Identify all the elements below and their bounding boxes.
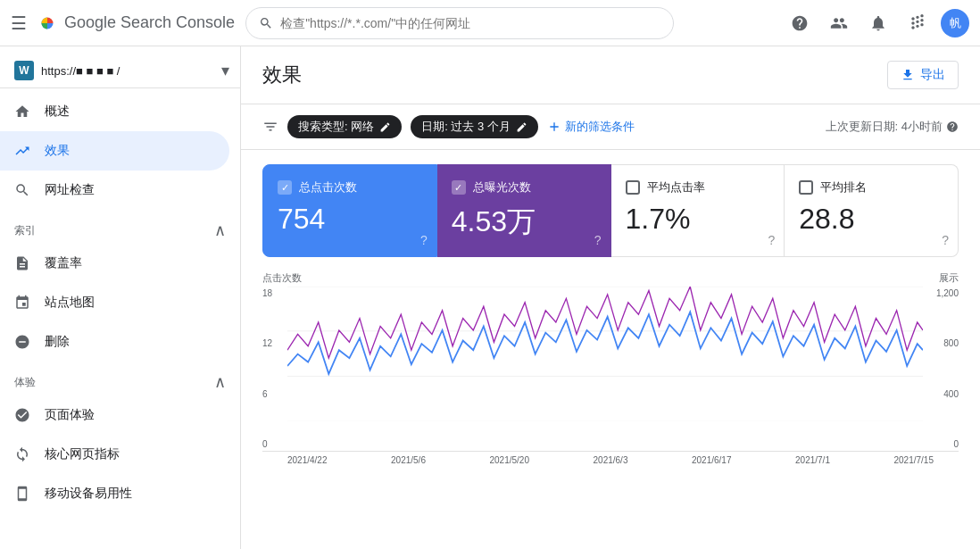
y-right-800: 800	[926, 338, 959, 348]
search-input[interactable]	[280, 16, 660, 30]
app-title: Google Search Console	[64, 13, 235, 32]
position-label: 平均排名	[820, 179, 867, 195]
chart-svg	[287, 287, 923, 421]
accounts-button[interactable]	[823, 7, 855, 39]
sidebar-item-label-core-web-vitals: 核心网页指标	[45, 446, 120, 462]
metric-card-ctr-header: 平均点击率	[626, 179, 770, 195]
help-button[interactable]	[784, 7, 816, 39]
sidebar-item-sitemap[interactable]: 站点地图	[0, 283, 229, 322]
chart-y-right-label: 展示	[939, 271, 959, 285]
avatar[interactable]: 帆	[941, 9, 969, 37]
chart-container: 18 12 6 0 1,200 800 400 0	[262, 287, 959, 452]
y-right-0: 0	[926, 439, 959, 449]
sidebar-item-mobile-usability[interactable]: 移动设备易用性	[0, 474, 229, 513]
metric-card-impressions[interactable]: ✓ 总曝光次数 4.53万 ?	[437, 164, 611, 257]
sidebar-item-overview[interactable]: 概述	[0, 92, 229, 131]
menu-icon[interactable]: ☰	[11, 12, 27, 34]
position-checkbox[interactable]	[799, 180, 813, 195]
page-experience-icon	[14, 407, 30, 423]
metric-card-position[interactable]: 平均排名 28.8 ?	[785, 164, 959, 257]
sidebar-item-label-performance: 效果	[45, 143, 70, 159]
metric-card-clicks[interactable]: ✓ 总点击次数 754 ?	[262, 164, 437, 257]
chevron-down-icon: ▾	[221, 61, 229, 80]
impressions-help-icon[interactable]: ?	[594, 233, 602, 247]
help-icon[interactable]	[946, 121, 959, 133]
collapse-experience-icon[interactable]: ∧	[214, 372, 226, 392]
layout: W https://■ ■ ■ ■ / ▾ 概述 效果 网址检查 索引	[0, 46, 980, 549]
date-chip[interactable]: 日期: 过去 3 个月	[411, 115, 538, 138]
metric-cards: ✓ 总点击次数 754 ? ✓ 总曝光次数 4.53万 ? 平均点击率	[241, 150, 980, 271]
page-title: 效果	[262, 62, 302, 88]
sidebar: W https://■ ■ ■ ■ / ▾ 概述 效果 网址检查 索引	[0, 46, 241, 549]
notifications-button[interactable]	[862, 7, 894, 39]
add-icon	[547, 120, 561, 134]
topbar-left: ☰ Google Search Console	[11, 12, 235, 35]
core-web-vitals-icon	[14, 446, 30, 462]
x-label-0: 2021/4/22	[287, 455, 328, 465]
search-type-chip[interactable]: 搜索类型: 网络	[287, 115, 402, 138]
x-label-5: 2021/7/1	[795, 455, 830, 465]
y-left-0: 0	[262, 439, 284, 449]
export-label: 导出	[920, 67, 945, 83]
clicks-value: 754	[278, 203, 422, 236]
site-url: https://■ ■ ■ ■ /	[41, 64, 214, 78]
sidebar-item-core-web-vitals[interactable]: 核心网页指标	[0, 435, 229, 474]
sitemap-icon	[14, 295, 30, 311]
google-logo-icon	[36, 12, 59, 35]
topbar-right: 帆	[784, 7, 969, 39]
sidebar-item-label-coverage: 覆盖率	[45, 255, 82, 271]
chart-area: 点击次数 展示 18 12 6 0 1,200 800 400 0	[241, 271, 980, 479]
x-label-2: 2021/5/20	[490, 455, 530, 465]
y-left-12: 12	[262, 338, 284, 348]
sidebar-item-label-mobile-usability: 移动设备易用性	[45, 486, 132, 502]
last-updated-text: 上次更新日期: 4小时前	[826, 119, 943, 135]
clicks-label: 总点击次数	[299, 179, 357, 195]
export-button[interactable]: 导出	[887, 61, 959, 89]
trending-up-icon	[14, 143, 30, 159]
clicks-help-icon[interactable]: ?	[420, 233, 428, 247]
sidebar-item-url-inspection[interactable]: 网址检查	[0, 171, 229, 210]
position-help-icon[interactable]: ?	[942, 233, 949, 247]
chart-x-labels: 2021/4/22 2021/5/6 2021/5/20 2021/6/3 20…	[262, 452, 959, 465]
metric-card-position-header: 平均排名	[799, 179, 943, 195]
ctr-value: 1.7%	[626, 203, 770, 236]
clicks-checkbox[interactable]: ✓	[278, 180, 292, 195]
search-icon	[14, 182, 30, 198]
sidebar-item-label-overview: 概述	[45, 104, 70, 120]
coverage-icon	[14, 255, 30, 271]
impressions-label: 总曝光次数	[473, 179, 531, 195]
y-left-18: 18	[262, 288, 284, 298]
chart-y-left-axis: 18 12 6 0	[262, 287, 284, 451]
topbar: ☰ Google Search Console	[0, 0, 980, 46]
add-filter-label: 新的筛选条件	[565, 119, 635, 135]
sidebar-item-label-sitemap: 站点地图	[45, 295, 95, 311]
search-bar[interactable]	[245, 7, 674, 39]
sidebar-item-page-experience[interactable]: 页面体验	[0, 395, 229, 435]
last-updated: 上次更新日期: 4小时前	[826, 119, 959, 135]
sidebar-section-experience-label: 体验	[14, 375, 36, 390]
sidebar-item-removals[interactable]: 删除	[0, 322, 229, 362]
sidebar-section-experience: 体验 ∧	[0, 362, 240, 395]
metric-card-impressions-header: ✓ 总曝光次数	[452, 179, 596, 195]
x-label-1: 2021/5/6	[391, 455, 426, 465]
ctr-help-icon[interactable]: ?	[768, 233, 775, 247]
impressions-checkbox[interactable]: ✓	[452, 180, 466, 195]
x-label-6: 2021/7/15	[894, 455, 934, 465]
metric-card-ctr[interactable]: 平均点击率 1.7% ?	[611, 164, 785, 257]
site-selector[interactable]: W https://■ ■ ■ ■ / ▾	[0, 54, 240, 88]
ctr-checkbox[interactable]	[626, 180, 640, 195]
filter-icon[interactable]	[262, 119, 278, 135]
app-logo: Google Search Console	[36, 12, 235, 35]
sidebar-item-performance[interactable]: 效果	[0, 131, 229, 171]
apps-button[interactable]	[901, 7, 934, 39]
y-left-6: 6	[262, 389, 284, 399]
add-filter-button[interactable]: 新的筛选条件	[547, 119, 635, 135]
metric-card-clicks-header: ✓ 总点击次数	[278, 179, 422, 195]
mobile-icon	[14, 486, 30, 502]
ctr-label: 平均点击率	[647, 179, 705, 195]
date-chip-label: 日期: 过去 3 个月	[421, 119, 511, 135]
sidebar-item-coverage[interactable]: 覆盖率	[0, 244, 229, 283]
collapse-index-icon[interactable]: ∧	[214, 220, 226, 240]
x-label-4: 2021/6/17	[692, 455, 732, 465]
edit-icon	[379, 121, 391, 133]
